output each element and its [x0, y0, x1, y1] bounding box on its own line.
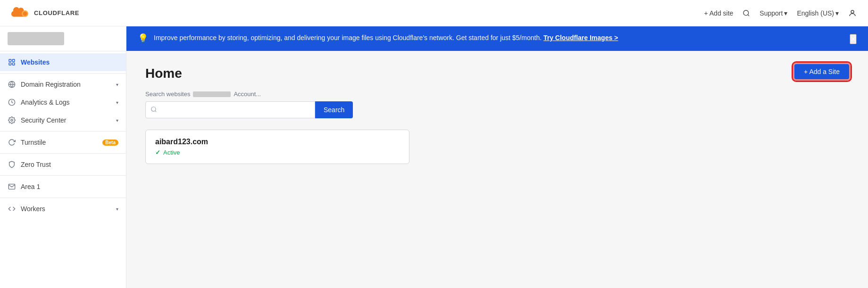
logo-text: CLOUDFLARE: [34, 9, 79, 16]
search-input[interactable]: [160, 106, 310, 114]
header-support-button[interactable]: Support ▾: [760, 9, 787, 17]
sidebar-nav: Websites Domain Registration ▾ Analytics…: [0, 51, 126, 220]
sidebar-item-label: Zero Trust: [21, 161, 118, 168]
logo-area: CLOUDFLARE: [11, 7, 79, 19]
site-card[interactable]: aibard123.com ✓ Active: [145, 130, 409, 164]
sidebar-item-label: Analytics & Logs: [21, 99, 111, 106]
cloudflare-logo-icon: [11, 7, 30, 19]
search-input-icon: [150, 106, 157, 114]
sidebar-item-area1[interactable]: Area 1: [0, 178, 126, 196]
search-button[interactable]: Search: [315, 101, 353, 118]
chevron-right-icon: ▾: [116, 206, 118, 212]
chevron-down-icon: ▾: [835, 9, 839, 17]
sidebar-item-zero-trust[interactable]: Zero Trust: [0, 156, 126, 173]
banner-close-button[interactable]: ×: [850, 34, 857, 44]
site-status: ✓ Active: [155, 149, 400, 156]
websites-icon: [8, 58, 16, 66]
svg-point-2: [743, 10, 749, 16]
header-language-button[interactable]: English (US) ▾: [797, 9, 839, 17]
search-row: Search: [145, 101, 849, 118]
beta-badge: Beta: [102, 140, 118, 146]
banner-link[interactable]: Try Cloudflare Images >: [543, 34, 618, 41]
main-content: 💡 Improve performance by storing, optimi…: [126, 26, 868, 288]
refresh-icon: [8, 138, 16, 147]
banner-icon: 💡: [138, 33, 148, 43]
notification-banner: 💡 Improve performance by storing, optimi…: [126, 26, 868, 51]
sidebar-user-avatar: [8, 32, 64, 45]
chevron-right-icon: ▾: [116, 100, 118, 105]
search-section: Search websites Account... Search: [145, 91, 849, 118]
sidebar-item-workers[interactable]: Workers ▾: [0, 200, 126, 218]
svg-point-13: [151, 107, 156, 111]
search-input-wrap: [145, 101, 315, 118]
clock-icon: [8, 98, 16, 107]
sites-list: aibard123.com ✓ Active: [145, 130, 849, 164]
search-icon: [743, 9, 750, 17]
svg-rect-6: [12, 59, 15, 62]
add-a-site-button[interactable]: + Add a Site: [794, 64, 849, 79]
site-name: aibard123.com: [155, 138, 400, 146]
svg-rect-5: [9, 59, 11, 62]
status-label: Active: [163, 149, 180, 156]
sidebar-item-analytics-logs[interactable]: Analytics & Logs ▾: [0, 93, 126, 111]
mail-icon: [8, 182, 16, 191]
sidebar-divider: [0, 197, 126, 198]
sidebar: Websites Domain Registration ▾ Analytics…: [0, 26, 126, 288]
sidebar-item-label: Websites: [21, 58, 118, 66]
sidebar-item-label: Turnstile: [21, 139, 96, 146]
svg-point-4: [851, 10, 854, 13]
sidebar-divider: [0, 73, 126, 74]
add-site-area: + Add a Site: [145, 64, 849, 79]
sidebar-item-label: Workers: [21, 205, 111, 213]
header: CLOUDFLARE + Add site Support ▾ English …: [0, 0, 868, 26]
sidebar-item-websites[interactable]: Websites: [0, 53, 126, 71]
chevron-right-icon: ▾: [116, 82, 118, 87]
sidebar-item-turnstile[interactable]: Turnstile Beta: [0, 133, 126, 151]
sidebar-user-area: [0, 26, 126, 51]
redacted-account-selector: [193, 91, 231, 97]
svg-point-12: [11, 119, 13, 121]
globe-icon: [8, 80, 16, 89]
svg-line-14: [155, 110, 157, 112]
sidebar-item-security-center[interactable]: Security Center ▾: [0, 111, 126, 129]
header-search-button[interactable]: [743, 9, 750, 17]
sidebar-divider: [0, 131, 126, 132]
user-icon: [848, 9, 857, 17]
header-add-site-button[interactable]: + Add site: [704, 9, 733, 17]
banner-text: Improve performance by storing, optimizi…: [154, 33, 844, 43]
page-content: Home + Add a Site Search websites Accoun…: [126, 51, 868, 288]
shield-icon: [8, 160, 16, 169]
sidebar-divider: [0, 175, 126, 176]
sidebar-divider: [0, 153, 126, 154]
header-user-button[interactable]: [848, 9, 857, 17]
search-label: Search websites Account...: [145, 91, 849, 98]
sidebar-item-label: Area 1: [21, 183, 118, 190]
sidebar-item-label: Security Center: [21, 116, 111, 124]
app-body: Websites Domain Registration ▾ Analytics…: [0, 26, 868, 288]
header-actions: + Add site Support ▾ English (US) ▾: [704, 9, 857, 17]
sidebar-item-domain-registration[interactable]: Domain Registration ▾: [0, 75, 126, 93]
svg-rect-7: [9, 63, 11, 65]
svg-line-3: [748, 15, 749, 16]
sidebar-item-label: Domain Registration: [21, 81, 111, 88]
chevron-down-icon: ▾: [784, 9, 787, 17]
status-check-icon: ✓: [155, 149, 160, 156]
chevron-right-icon: ▾: [116, 118, 118, 123]
svg-point-1: [23, 11, 27, 16]
code-icon: [8, 205, 16, 213]
svg-rect-8: [12, 63, 15, 65]
gear-icon: [8, 116, 16, 124]
